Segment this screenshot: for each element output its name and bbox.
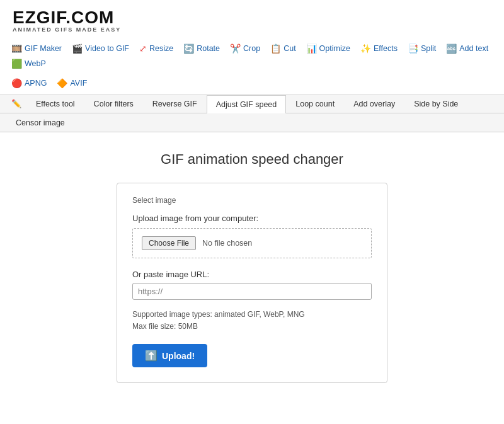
file-input-area: Choose File No file chosen: [132, 228, 372, 258]
page-title: GIF animation speed changer: [161, 151, 343, 168]
nav-video-to-gif-label: Video to GIF: [85, 44, 129, 53]
tab-loop-count[interactable]: Loop count: [286, 95, 344, 113]
crop-icon: ✂️: [230, 43, 241, 54]
video-to-gif-icon: 🎬: [72, 43, 83, 54]
nav-apng-label: APNG: [25, 79, 47, 88]
nav-optimize-label: Optimize: [319, 44, 350, 53]
url-input[interactable]: [132, 283, 372, 300]
rotate-icon: 🔄: [183, 43, 194, 54]
avif-icon: 🔶: [57, 78, 67, 88]
nav-rotate-label: Rotate: [197, 44, 220, 53]
gif-maker-icon: 🎞️: [11, 43, 22, 54]
choose-file-button[interactable]: Choose File: [142, 236, 196, 250]
nav-cut[interactable]: 📋 Cut: [265, 41, 301, 56]
nav-apng[interactable]: 🔴 APNG: [6, 76, 52, 91]
nav-effects[interactable]: ✨ Effects: [355, 41, 403, 56]
logo-title: EZGIF.COM: [13, 8, 491, 28]
effects-sub-nav-row2: Censor image: [0, 113, 504, 132]
nav-crop-label: Crop: [243, 44, 260, 53]
nav-webp[interactable]: 🟩 WebP: [6, 56, 51, 71]
tab-color-filters[interactable]: Color filters: [84, 95, 143, 113]
logo-subtitle: ANIMATED GIFS MADE EASY: [13, 26, 491, 33]
nav-resize-label: Resize: [149, 44, 173, 53]
split-icon: 📑: [408, 43, 418, 54]
apng-icon: 🔴: [11, 78, 22, 88]
nav-video-to-gif[interactable]: 🎬 Video to GIF: [67, 41, 134, 56]
nav-resize[interactable]: ⤢ Resize: [134, 41, 178, 56]
cut-icon: 📋: [270, 43, 281, 54]
tab-effects-tool[interactable]: Effects tool: [26, 95, 84, 113]
supported-types-line1: Supported image types: animated GIF, Web…: [132, 310, 305, 319]
upload-card: Select image Upload image from your comp…: [117, 183, 387, 383]
upload-button-label: Upload!: [162, 351, 195, 361]
nav-rotate[interactable]: 🔄 Rotate: [178, 41, 225, 56]
upload-from-computer-label: Upload image from your computer:: [132, 214, 372, 223]
resize-icon: ⤢: [139, 43, 147, 54]
card-legend: Select image: [132, 196, 372, 205]
upload-button[interactable]: ⬆️ Upload!: [132, 344, 207, 367]
file-chosen-text: No file chosen: [202, 239, 252, 248]
webp-icon: 🟩: [11, 59, 22, 69]
nav-split[interactable]: 📑 Split: [403, 41, 441, 56]
supported-info: Supported image types: animated GIF, Web…: [132, 309, 372, 333]
nav-add-text-label: Add text: [459, 44, 488, 53]
nav-cut-label: Cut: [284, 44, 295, 53]
main-content: GIF animation speed changer Select image…: [0, 132, 504, 402]
nav-avif[interactable]: 🔶 AVIF: [52, 76, 92, 91]
nav-webp-label: WebP: [25, 59, 46, 68]
tab-side-by-side[interactable]: Side by Side: [404, 95, 467, 113]
tab-add-overlay[interactable]: Add overlay: [344, 95, 404, 113]
effects-sub-nav-icon: ✏️: [6, 95, 26, 112]
top-nav-row1: 🎞️ GIF Maker 🎬 Video to GIF ⤢ Resize 🔄 R…: [0, 38, 504, 74]
tab-censor-image[interactable]: Censor image: [6, 113, 74, 132]
upload-icon: ⬆️: [145, 350, 158, 362]
nav-effects-label: Effects: [374, 44, 398, 53]
nav-gif-maker[interactable]: 🎞️ GIF Maker: [6, 41, 67, 56]
header: EZGIF.COM ANIMATED GIFS MADE EASY: [0, 0, 504, 38]
nav-split-label: Split: [421, 44, 436, 53]
nav-add-text[interactable]: 🔤 Add text: [441, 41, 493, 56]
supported-types-line2: Max file size: 50MB: [132, 322, 198, 331]
effects-sub-nav: ✏️ Effects tool Color filters Reverse GI…: [0, 95, 504, 113]
url-label: Or paste image URL:: [132, 270, 372, 279]
nav-avif-label: AVIF: [70, 79, 87, 88]
tab-reverse-gif[interactable]: Reverse GIF: [143, 95, 207, 113]
effects-icon: ✨: [360, 43, 371, 54]
optimize-icon: 📊: [306, 43, 317, 54]
nav-gif-maker-label: GIF Maker: [25, 44, 62, 53]
add-text-icon: 🔤: [446, 43, 457, 54]
tab-adjust-gif-speed[interactable]: Adjust GIF speed: [207, 95, 287, 113]
top-nav-row2: 🔴 APNG 🔶 AVIF: [0, 74, 504, 95]
nav-crop[interactable]: ✂️ Crop: [225, 41, 265, 56]
nav-optimize[interactable]: 📊 Optimize: [301, 41, 355, 56]
